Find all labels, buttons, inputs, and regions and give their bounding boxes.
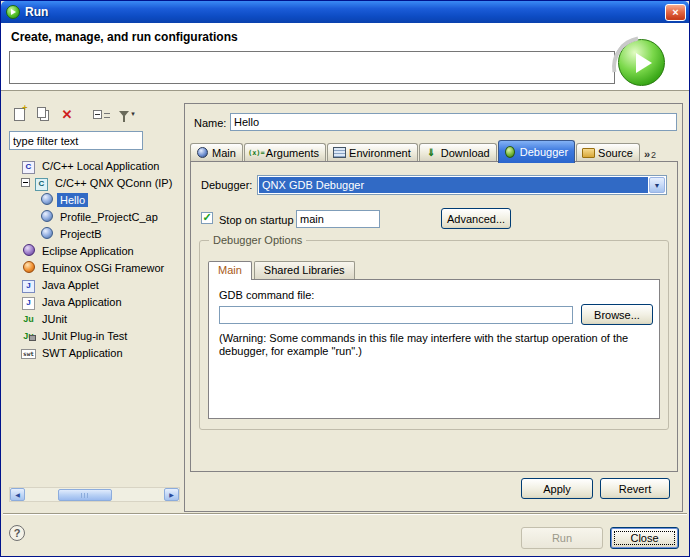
collapse-all-icon (93, 110, 102, 119)
tree-item-label: C/C++ Local Application (39, 159, 162, 173)
stop-on-startup-input[interactable] (296, 210, 380, 228)
tree-item-junit[interactable]: JUnit (9, 310, 180, 327)
delete-configuration-button[interactable]: ✕ (57, 104, 77, 124)
options-tab-label: Main (218, 264, 242, 276)
download-tab-icon (425, 147, 438, 159)
tab-main[interactable]: Main (190, 143, 243, 162)
debugger-combo-value: QNX GDB Debugger (259, 177, 648, 193)
debugger-options-group: Debugger Options Main Shared Libraries G… (199, 240, 669, 430)
tab-arguments[interactable]: Arguments (244, 143, 326, 162)
debugger-combo[interactable]: QNX GDB Debugger ▼ (257, 175, 667, 195)
junit-icon (21, 312, 36, 325)
java-applet-icon (21, 278, 36, 291)
arguments-tab-icon (250, 147, 263, 159)
tab-label: Debugger (520, 146, 568, 158)
tree-item-label: Eclipse Application (39, 244, 137, 258)
tree-item-java-application[interactable]: Java Application (9, 293, 180, 310)
options-tab-main[interactable]: Main (208, 261, 252, 280)
run-button[interactable]: Run (521, 527, 603, 549)
tab-label: Source (598, 147, 633, 159)
main-tab-icon (196, 147, 209, 159)
filter-menu-button[interactable]: ▾ (113, 104, 141, 124)
debugger-options-tabs: Main Shared Libraries (208, 258, 357, 279)
stop-on-startup-checkbox[interactable] (201, 212, 213, 224)
run-dialog-icon (6, 5, 20, 19)
combo-dropdown-icon[interactable]: ▼ (649, 177, 665, 193)
qnx-config-icon (39, 193, 54, 206)
scroll-right-button[interactable]: ▶ (164, 488, 179, 501)
debugger-tab-content: Debugger: QNX GDB Debugger ▼ Stop on sta… (190, 161, 678, 472)
debugger-tab-icon (504, 146, 517, 158)
close-window-button[interactable]: × (665, 4, 686, 21)
new-configuration-icon (14, 108, 25, 121)
tab-label: Main (212, 147, 236, 159)
qnx-qconn-icon (34, 176, 49, 189)
source-tab-icon (582, 147, 595, 159)
help-button[interactable]: ? (9, 525, 25, 541)
tree-item-equinox-osgi[interactable]: Equinox OSGi Framewor (9, 259, 180, 276)
tree-item-cpp-local[interactable]: C/C++ Local Application (9, 157, 180, 174)
tab-debugger[interactable]: Debugger (498, 140, 575, 163)
close-button[interactable]: Close (610, 527, 679, 549)
debugger-options-group-label: Debugger Options (209, 234, 306, 246)
chevron-right-icon: » (644, 149, 650, 160)
window-title: Run (25, 5, 48, 19)
tree-item-label: Java Application (39, 295, 125, 309)
equinox-icon (21, 261, 36, 274)
help-icon: ? (14, 527, 21, 539)
tree-item-qnx-qconn[interactable]: C/C++ QNX QConn (IP) (9, 174, 180, 191)
options-tab-shared-libraries[interactable]: Shared Libraries (254, 261, 355, 279)
tree-item-hello[interactable]: Hello (9, 191, 180, 208)
duplicate-configuration-icon (37, 107, 46, 118)
swt-icon (21, 346, 36, 359)
tree-item-label: Profile_ProjectC_ap (57, 210, 161, 224)
tab-label: Download (441, 147, 490, 159)
tab-environment[interactable]: Environment (327, 143, 418, 162)
tab-overflow-count: 2 (651, 150, 656, 160)
gdb-command-file-label: GDB command file: (219, 289, 314, 301)
tree-item-swt-application[interactable]: SWT Application (9, 344, 180, 361)
tree-item-java-applet[interactable]: Java Applet (9, 276, 180, 293)
c-local-icon (21, 159, 36, 172)
tree-item-label: Equinox OSGi Framewor (39, 261, 167, 275)
tree-item-label: C/C++ QNX QConn (IP) (52, 176, 175, 190)
revert-button[interactable]: Revert (600, 478, 670, 499)
collapse-all-button[interactable] (87, 104, 107, 124)
tab-source[interactable]: Source (576, 143, 640, 162)
name-input[interactable] (230, 113, 677, 131)
tree-expander-collapse[interactable] (21, 178, 30, 187)
tree-item-profile-project[interactable]: Profile_ProjectC_ap (9, 208, 180, 225)
scroll-left-button[interactable]: ◀ (10, 488, 25, 501)
java-application-icon (21, 295, 36, 308)
chevron-down-icon: ▾ (131, 110, 135, 118)
configuration-tree: C/C++ Local Application C/C++ QNX QConn … (9, 157, 180, 485)
advanced-button[interactable]: Advanced... (441, 208, 511, 229)
configuration-panel: Name: Main Arguments Environment Downloa… (184, 103, 683, 512)
tree-item-label: Java Applet (39, 278, 102, 292)
title-bar[interactable]: Run (1, 1, 689, 23)
run-wizard-banner-icon (618, 39, 665, 86)
tree-item-eclipse-application[interactable]: Eclipse Application (9, 242, 180, 259)
name-label: Name: (194, 117, 226, 129)
tab-label: Arguments (266, 147, 319, 159)
eclipse-icon (21, 244, 36, 257)
tab-download[interactable]: Download (419, 143, 497, 162)
gdb-command-file-input[interactable] (219, 306, 573, 324)
tree-item-label: JUnit Plug-in Test (39, 329, 130, 343)
options-tab-label: Shared Libraries (264, 264, 345, 276)
tree-horizontal-scrollbar[interactable]: ◀ ▶ (9, 487, 180, 502)
run-dialog: Run × Create, manage, and run configurat… (0, 0, 690, 557)
tree-item-projectb[interactable]: ProjectB (9, 225, 180, 242)
new-configuration-button[interactable] (9, 104, 29, 124)
apply-button[interactable]: Apply (521, 478, 593, 499)
duplicate-configuration-button[interactable] (33, 104, 53, 124)
debugger-label: Debugger: (201, 179, 252, 191)
tree-item-junit-plugin-test[interactable]: JUnit Plug-in Test (9, 327, 180, 344)
tree-item-label: SWT Application (39, 346, 126, 360)
filter-input[interactable] (9, 131, 143, 150)
delete-configuration-icon: ✕ (62, 108, 73, 121)
browse-button[interactable]: Browse... (581, 304, 653, 325)
scrollbar-thumb[interactable] (58, 489, 112, 501)
tab-label: Environment (349, 147, 411, 159)
junit-plugin-icon (21, 329, 36, 342)
